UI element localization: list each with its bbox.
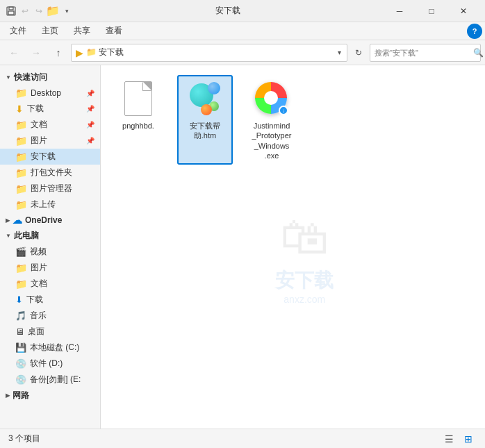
sidebar-item-anxz[interactable]: 📁 安下载 <box>0 149 100 165</box>
folder-icon-documents2: 📁 <box>15 279 27 290</box>
undo-icon[interactable]: ↩ <box>19 6 31 17</box>
svg-rect-1 <box>9 7 13 10</box>
pictures2-label: 图片 <box>31 262 47 274</box>
onedrive-icon: ☁ <box>13 215 22 226</box>
sidebar-item-pictures2[interactable]: 📁 图片 <box>0 260 100 276</box>
sidebar-item-unuploaded[interactable]: 📁 未上传 <box>0 197 100 213</box>
watermark-sub: anxz.com <box>283 293 325 304</box>
download-icon: ⬇ <box>15 294 23 305</box>
help-button[interactable]: ? <box>467 24 482 39</box>
file-item-htm[interactable]: 安下载帮助.htm <box>177 75 233 165</box>
folder-icon-download: ⬇ <box>15 103 24 115</box>
files-grid: pnghhbd. 安下载帮助. <box>108 72 478 167</box>
minimize-button[interactable]: ─ <box>384 0 416 22</box>
address-breadcrumb: 📁 <box>86 47 99 57</box>
status-view-icons: ☰ ⊞ <box>441 431 477 447</box>
chevron-thispc: ▼ <box>6 233 11 239</box>
search-input[interactable] <box>375 49 470 57</box>
search-bar[interactable]: 🔍 <box>370 44 481 62</box>
sidebar-section-quick-access[interactable]: ▼ 快速访问 <box>0 69 100 85</box>
diske-icon: 💿 <box>15 374 26 385</box>
address-dropdown-btn[interactable]: ▾ <box>336 47 343 58</box>
pin-pictures: 📌 <box>86 137 94 144</box>
back-button[interactable]: ← <box>4 43 24 63</box>
diskc-label: 本地磁盘 (C:) <box>30 342 79 354</box>
address-text: 📁 安下载 <box>86 47 334 58</box>
folder-icon-documents: 📁 <box>15 119 27 131</box>
sidebar-item-documents[interactable]: 📁 文档 📌 <box>0 117 100 133</box>
file-icon-htm <box>188 79 222 118</box>
diskd-icon: 💿 <box>15 358 26 369</box>
address-bar[interactable]: ▶ 📁 安下载 ▾ <box>71 44 347 62</box>
sidebar-item-desktop2[interactable]: 🖥 桌面 <box>0 324 100 340</box>
pin-desktop: 📌 <box>86 90 94 97</box>
menu-view[interactable]: 查看 <box>99 23 129 39</box>
chevron-onedrive: ▶ <box>6 217 10 224</box>
folder-icon-anxz: 📁 <box>15 151 27 163</box>
address-location: 安下载 <box>99 47 124 57</box>
sidebar-item-download[interactable]: ⬇ 下载 📌 <box>0 101 100 117</box>
watermark-text: 安下载 <box>275 267 334 293</box>
refresh-button[interactable]: ↻ <box>350 44 367 61</box>
maximize-button[interactable]: □ <box>416 0 447 22</box>
sidebar-item-packfolder[interactable]: 📁 打包文件夹 <box>0 165 100 181</box>
forward-button[interactable]: → <box>26 43 46 63</box>
sidebar-item-download2[interactable]: ⬇ 下载 <box>0 292 100 308</box>
onedrive-label: OneDrive <box>25 215 62 225</box>
close-button[interactable]: ✕ <box>447 0 479 22</box>
title-bar-left: ↩ ↪ 📁 ▾ <box>6 6 72 17</box>
sidebar-section-network[interactable]: ▶ 网路 <box>0 388 100 404</box>
toolbar: ← → ↑ ▶ 📁 安下载 ▾ ↻ 🔍 <box>0 40 485 65</box>
sidebar-item-diskc[interactable]: 💾 本地磁盘 (C:) <box>0 340 100 356</box>
sidebar-item-music[interactable]: 🎵 音乐 <box>0 308 100 324</box>
sidebar-section-thispc[interactable]: ▼ 此电脑 <box>0 228 100 244</box>
sidebar-item-diskd[interactable]: 💿 软件 (D:) <box>0 356 100 372</box>
svg-rect-2 <box>8 11 14 15</box>
large-icons-view-button[interactable]: ⊞ <box>460 431 477 447</box>
file-label-justinmind: Justinmind_Prototyper_Windows.exe <box>252 121 292 160</box>
main-area: ▼ 快速访问 📁 Desktop 📌 ⬇ 下载 📌 📁 文档 📌 📁 图片 📌 … <box>0 65 485 429</box>
file-item-pnghhbd[interactable]: pnghhbd. <box>110 75 166 165</box>
pin-download: 📌 <box>86 105 94 113</box>
folder-icon-packfolder: 📁 <box>15 167 27 179</box>
file-label-pnghhbd: pnghhbd. <box>122 121 154 131</box>
sidebar-item-documents2[interactable]: 📁 文档 <box>0 276 100 292</box>
menu-share[interactable]: 共享 <box>67 23 97 39</box>
sidebar-item-pictures[interactable]: 📁 图片 📌 <box>0 133 100 149</box>
chevron-quick-access: ▼ <box>6 74 11 81</box>
sidebar-documents-label: 文档 <box>31 119 47 131</box>
folder-icon-pictures2: 📁 <box>15 263 27 274</box>
desktop2-label: 桌面 <box>28 326 44 338</box>
menu-file[interactable]: 文件 <box>3 23 33 39</box>
thispc-label: 此电脑 <box>14 230 39 242</box>
title-bar: ↩ ↪ 📁 ▾ 安下载 ─ □ ✕ <box>0 0 485 22</box>
sidebar-section-onedrive[interactable]: ▶ ☁ OneDrive <box>0 213 100 228</box>
file-item-justinmind[interactable]: ↓ Justinmind_Prototyper_Windows.exe <box>244 75 299 165</box>
sidebar-item-desktop[interactable]: 📁 Desktop 📌 <box>0 85 100 101</box>
folder-icon-pictures: 📁 <box>15 135 27 147</box>
sidebar-pictures-label: 图片 <box>31 135 47 147</box>
redo-icon[interactable]: ↪ <box>33 6 44 17</box>
file-label-htm: 安下载帮助.htm <box>190 121 220 141</box>
download2-label: 下载 <box>26 294 43 306</box>
window-title: 安下载 <box>72 5 384 17</box>
up-button[interactable]: ↑ <box>49 43 68 63</box>
dropdown-title[interactable]: ▾ <box>61 6 72 17</box>
diske-label: 备份[勿删] (E: <box>30 374 81 385</box>
save-icon[interactable] <box>6 6 17 17</box>
search-icon[interactable]: 🔍 <box>473 48 484 58</box>
music-label: 音乐 <box>30 310 47 322</box>
details-view-button[interactable]: ☰ <box>441 431 457 447</box>
sidebar-item-video[interactable]: 🎬 视频 <box>0 244 100 260</box>
folder-icon-unuploaded: 📁 <box>15 199 27 210</box>
menu-home[interactable]: 主页 <box>35 23 65 39</box>
file-area: 🛍 安下载 anxz.com pnghhbd. <box>101 65 485 429</box>
documents2-label: 文档 <box>31 278 47 290</box>
sidebar-packfolder-label: 打包文件夹 <box>31 167 72 179</box>
folder-icon-title[interactable]: 📁 <box>47 6 58 17</box>
sidebar-item-imgmanager[interactable]: 📁 图片管理器 <box>0 181 100 197</box>
desktop-icon: 🖥 <box>15 326 24 337</box>
address-folder-icon: ▶ <box>76 47 83 58</box>
sidebar-item-diske[interactable]: 💿 备份[勿删] (E: <box>0 372 100 388</box>
diskd-label: 软件 (D:) <box>30 358 63 370</box>
